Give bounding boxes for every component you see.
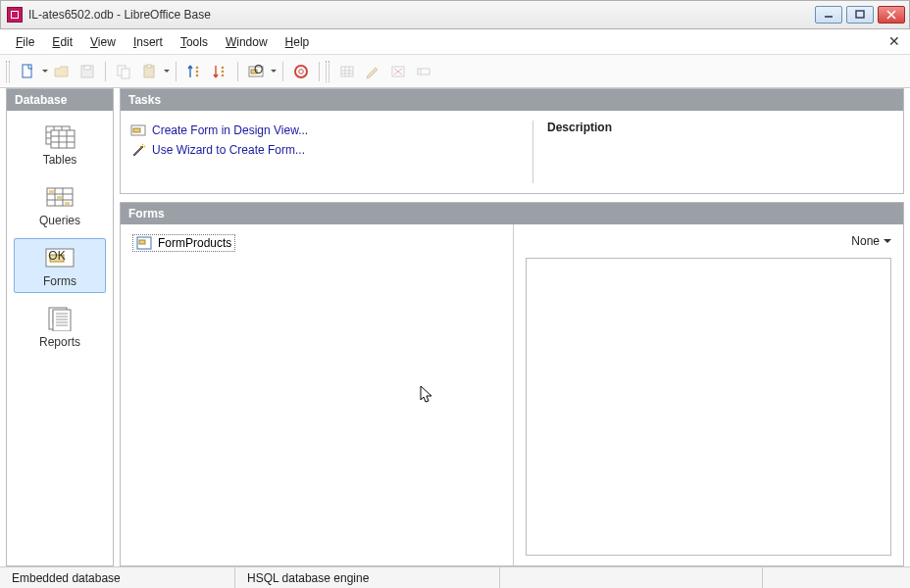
menu-help[interactable]: Help: [278, 32, 318, 52]
menu-window[interactable]: Window: [218, 32, 276, 52]
toolbar-separator: [176, 62, 177, 81]
svg-rect-6: [122, 69, 129, 78]
description-label: Description: [547, 121, 889, 134]
window-title: IL-ates6502.odb - LibreOffice Base: [28, 8, 815, 22]
maximize-button[interactable]: [846, 6, 874, 24]
sort-asc-button[interactable]: [182, 60, 206, 83]
menu-file[interactable]: File: [8, 32, 42, 52]
status-spacer: [500, 567, 763, 588]
sidebar-item-forms[interactable]: OK Forms: [14, 238, 106, 293]
toolbar-separator: [105, 62, 106, 81]
tasks-description: Description: [533, 111, 903, 193]
preview-mode-label: None: [851, 234, 880, 248]
wizard-icon: [130, 142, 146, 158]
menu-insert[interactable]: Insert: [126, 32, 171, 52]
toolbar-separator: [319, 62, 320, 81]
menu-bar: File Edit View Insert Tools Window Help …: [0, 29, 910, 55]
main-toolbar: OK: [0, 55, 910, 88]
minimize-button[interactable]: [815, 6, 842, 24]
task-create-form-wizard[interactable]: Use Wizard to Create Form...: [130, 140, 523, 160]
tasks-header: Tasks: [121, 89, 903, 111]
forms-preview-column: None: [513, 224, 903, 565]
tasks-list: Create Form in Design View... Use Wizard…: [121, 111, 532, 193]
svg-rect-20: [341, 67, 353, 76]
task-create-form-design[interactable]: Create Form in Design View...: [130, 121, 523, 140]
svg-rect-35: [133, 128, 140, 132]
svg-rect-33: [53, 310, 71, 331]
sidebar-item-tables[interactable]: Tables: [14, 117, 106, 172]
form-item-formproducts[interactable]: FormProducts: [132, 234, 235, 252]
svg-point-19: [299, 69, 304, 74]
paste-button[interactable]: [137, 60, 161, 83]
svg-point-12: [222, 66, 225, 69]
new-doc-button[interactable]: [16, 60, 39, 83]
sort-desc-button[interactable]: [208, 60, 231, 83]
edit-button[interactable]: [361, 60, 384, 83]
save-button[interactable]: [76, 60, 99, 83]
toolbar-separator: [237, 62, 238, 81]
main-column: Tasks Create Form in Design View... Use …: [120, 88, 904, 566]
task-label: Create Form in Design View...: [152, 123, 308, 137]
forms-header: Forms: [121, 203, 903, 224]
close-button[interactable]: [878, 6, 905, 24]
sidebar-item-label: Tables: [17, 153, 103, 167]
svg-text:OK: OK: [48, 249, 65, 263]
open-button[interactable]: [50, 60, 74, 83]
form-design-icon: [130, 122, 146, 138]
toolbar-separator: [282, 62, 283, 81]
app-icon: [7, 7, 23, 23]
svg-rect-28: [65, 202, 70, 205]
menu-view-label: iew: [98, 35, 116, 49]
menu-tools-label: ools: [186, 35, 208, 49]
svg-rect-2: [23, 65, 31, 77]
menu-tools[interactable]: Tools: [173, 32, 216, 52]
sidebar-item-reports[interactable]: Reports: [14, 299, 106, 354]
svg-rect-8: [147, 65, 151, 68]
svg-rect-4: [84, 66, 90, 70]
status-db-engine: HSQL database engine: [235, 567, 500, 588]
copy-button[interactable]: [112, 60, 135, 83]
forms-list: FormProducts: [121, 224, 513, 565]
svg-point-10: [196, 70, 199, 73]
svg-rect-27: [57, 196, 62, 199]
menu-view[interactable]: View: [82, 32, 124, 52]
database-sidebar: Database Tables Queries OK Forms Reports: [6, 88, 114, 566]
menu-edit[interactable]: Edit: [44, 32, 80, 52]
delete-button[interactable]: [386, 60, 410, 83]
status-right: [763, 567, 910, 588]
form-button[interactable]: OK: [244, 60, 268, 83]
document-close-icon[interactable]: ✕: [888, 33, 900, 49]
sidebar-item-label: Reports: [17, 335, 103, 349]
status-bar: Embedded database HSQL database engine: [0, 566, 910, 588]
rename-button[interactable]: [412, 60, 435, 83]
forms-icon: OK: [43, 245, 76, 270]
task-label: Use Wizard to Create Form...: [152, 143, 305, 157]
menu-window-label: indow: [236, 35, 267, 49]
table-button[interactable]: [335, 60, 359, 83]
sidebar-item-label: Forms: [17, 274, 103, 288]
workspace: Database Tables Queries OK Forms Reports…: [6, 88, 904, 566]
toolbar-grip-icon: [6, 61, 10, 82]
svg-rect-24: [51, 130, 75, 148]
form-dropdown[interactable]: [270, 67, 277, 75]
tables-icon: [43, 123, 76, 149]
menu-insert-label: nsert: [136, 35, 163, 49]
help-button[interactable]: [289, 60, 313, 83]
menu-edit-label: dit: [60, 35, 73, 49]
svg-rect-37: [139, 240, 145, 244]
sidebar-nav-list: Tables Queries OK Forms Reports: [7, 111, 113, 565]
status-db-type: Embedded database: [0, 567, 235, 588]
new-doc-dropdown[interactable]: [41, 67, 48, 75]
window-titlebar: IL-ates6502.odb - LibreOffice Base: [0, 0, 910, 29]
form-item-label: FormProducts: [158, 236, 231, 250]
sidebar-item-label: Queries: [17, 214, 103, 227]
menu-file-label: ile: [23, 35, 34, 49]
sidebar-item-queries[interactable]: Queries: [14, 177, 106, 232]
svg-rect-1: [856, 11, 864, 18]
preview-mode-dropdown[interactable]: None: [851, 234, 891, 248]
svg-text:OK: OK: [254, 64, 264, 76]
queries-icon: [43, 184, 76, 210]
svg-point-13: [222, 70, 225, 73]
paste-dropdown[interactable]: [163, 67, 170, 75]
sidebar-header: Database: [7, 89, 113, 111]
